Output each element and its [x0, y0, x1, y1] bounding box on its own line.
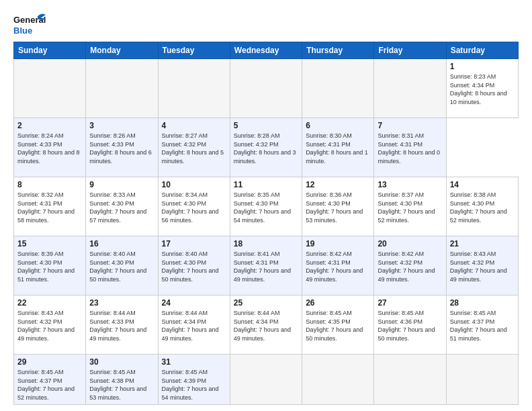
- day-info: Sunrise: 8:45 AMSunset: 4:39 PMDaylight:…: [162, 368, 226, 402]
- calendar-cell: 25Sunrise: 8:44 AMSunset: 4:34 PMDayligh…: [230, 295, 302, 355]
- calendar-header-tuesday: Tuesday: [158, 42, 230, 59]
- day-info: Sunrise: 8:44 AMSunset: 4:34 PMDaylight:…: [162, 309, 226, 342]
- day-number: 8: [17, 180, 82, 189]
- calendar-header-saturday: Saturday: [446, 42, 518, 59]
- week-row-4: 15Sunrise: 8:39 AMSunset: 4:30 PMDayligh…: [14, 236, 519, 295]
- calendar-cell: 22Sunrise: 8:43 AMSunset: 4:32 PMDayligh…: [14, 295, 86, 355]
- day-info: Sunrise: 8:43 AMSunset: 4:32 PMDaylight:…: [450, 250, 515, 283]
- day-info: Sunrise: 8:36 AMSunset: 4:30 PMDaylight:…: [306, 191, 370, 224]
- calendar-cell: 15Sunrise: 8:39 AMSunset: 4:30 PMDayligh…: [14, 236, 86, 295]
- day-number: 3: [89, 121, 154, 130]
- day-info: Sunrise: 8:45 AMSunset: 4:38 PMDaylight:…: [89, 368, 154, 402]
- day-number: 2: [17, 121, 82, 130]
- page: General Blue SundayMondayTuesdayWednesda…: [0, 0, 532, 411]
- calendar-cell: [374, 355, 446, 405]
- day-number: 9: [89, 180, 154, 189]
- calendar-cell: [86, 59, 158, 118]
- day-info: Sunrise: 8:27 AMSunset: 4:32 PMDaylight:…: [162, 132, 226, 165]
- day-info: Sunrise: 8:31 AMSunset: 4:31 PMDaylight:…: [378, 132, 442, 165]
- header: General Blue: [13, 11, 519, 38]
- day-info: Sunrise: 8:38 AMSunset: 4:30 PMDaylight:…: [450, 191, 515, 224]
- day-info: Sunrise: 8:34 AMSunset: 4:30 PMDaylight:…: [162, 191, 226, 224]
- day-number: 19: [306, 239, 370, 248]
- day-info: Sunrise: 8:26 AMSunset: 4:33 PMDaylight:…: [89, 132, 154, 165]
- calendar-cell: 3Sunrise: 8:26 AMSunset: 4:33 PMDaylight…: [86, 118, 158, 177]
- day-info: Sunrise: 8:39 AMSunset: 4:30 PMDaylight:…: [17, 250, 82, 283]
- calendar-cell: 24Sunrise: 8:44 AMSunset: 4:34 PMDayligh…: [158, 295, 230, 355]
- day-info: Sunrise: 8:40 AMSunset: 4:30 PMDaylight:…: [162, 250, 226, 283]
- calendar-header-friday: Friday: [374, 42, 446, 59]
- calendar-cell: 17Sunrise: 8:40 AMSunset: 4:30 PMDayligh…: [158, 236, 230, 295]
- calendar-cell: 23Sunrise: 8:44 AMSunset: 4:33 PMDayligh…: [86, 295, 158, 355]
- day-number: 5: [234, 121, 298, 130]
- calendar-cell: [230, 355, 302, 405]
- calendar-cell: 26Sunrise: 8:45 AMSunset: 4:35 PMDayligh…: [302, 295, 374, 355]
- calendar-header-wednesday: Wednesday: [230, 42, 302, 59]
- calendar-cell: 2Sunrise: 8:24 AMSunset: 4:33 PMDaylight…: [14, 118, 86, 177]
- day-number: 15: [17, 239, 82, 248]
- calendar-header-monday: Monday: [86, 42, 158, 59]
- day-number: 31: [162, 357, 226, 367]
- calendar-cell: 16Sunrise: 8:40 AMSunset: 4:30 PMDayligh…: [86, 236, 158, 295]
- day-number: 20: [378, 239, 442, 248]
- day-number: 14: [450, 180, 515, 189]
- day-number: 27: [378, 298, 442, 308]
- day-number: 24: [162, 298, 226, 308]
- day-number: 1: [450, 62, 515, 71]
- calendar-cell: 21Sunrise: 8:43 AMSunset: 4:32 PMDayligh…: [446, 236, 518, 295]
- calendar-cell: 18Sunrise: 8:41 AMSunset: 4:31 PMDayligh…: [230, 236, 302, 295]
- calendar-header-row: SundayMondayTuesdayWednesdayThursdayFrid…: [14, 42, 519, 59]
- calendar-cell: [302, 59, 374, 118]
- day-info: Sunrise: 8:40 AMSunset: 4:30 PMDaylight:…: [89, 250, 154, 283]
- calendar-cell: 7Sunrise: 8:31 AMSunset: 4:31 PMDaylight…: [374, 118, 446, 177]
- week-row-3: 8Sunrise: 8:32 AMSunset: 4:31 PMDaylight…: [14, 177, 519, 236]
- calendar-cell: 30Sunrise: 8:45 AMSunset: 4:38 PMDayligh…: [86, 355, 158, 405]
- calendar-header-sunday: Sunday: [14, 42, 86, 59]
- day-info: Sunrise: 8:44 AMSunset: 4:33 PMDaylight:…: [89, 309, 154, 342]
- week-row-2: 2Sunrise: 8:24 AMSunset: 4:33 PMDaylight…: [14, 118, 519, 177]
- calendar-cell: 11Sunrise: 8:35 AMSunset: 4:30 PMDayligh…: [230, 177, 302, 236]
- day-info: Sunrise: 8:43 AMSunset: 4:32 PMDaylight:…: [17, 309, 82, 342]
- day-number: 4: [162, 121, 226, 130]
- day-number: 16: [89, 239, 154, 248]
- day-number: 12: [306, 180, 370, 189]
- day-number: 29: [17, 357, 82, 367]
- day-info: Sunrise: 8:28 AMSunset: 4:32 PMDaylight:…: [234, 132, 298, 165]
- day-number: 6: [306, 121, 370, 130]
- day-info: Sunrise: 8:42 AMSunset: 4:31 PMDaylight:…: [306, 250, 370, 283]
- day-number: 23: [89, 298, 154, 308]
- calendar-cell: [230, 59, 302, 118]
- day-info: Sunrise: 8:30 AMSunset: 4:31 PMDaylight:…: [306, 132, 370, 165]
- day-info: Sunrise: 8:45 AMSunset: 4:36 PMDaylight:…: [378, 309, 442, 342]
- day-info: Sunrise: 8:45 AMSunset: 4:37 PMDaylight:…: [450, 309, 515, 342]
- day-number: 30: [89, 357, 154, 367]
- calendar-cell: [158, 59, 230, 118]
- day-number: 26: [306, 298, 370, 308]
- calendar-cell: 29Sunrise: 8:45 AMSunset: 4:37 PMDayligh…: [14, 355, 86, 405]
- calendar-cell: 9Sunrise: 8:33 AMSunset: 4:30 PMDaylight…: [86, 177, 158, 236]
- logo-icon: General Blue: [13, 11, 46, 38]
- calendar-cell: [14, 59, 86, 118]
- calendar-cell: 14Sunrise: 8:38 AMSunset: 4:30 PMDayligh…: [446, 177, 518, 236]
- day-info: Sunrise: 8:23 AMSunset: 4:34 PMDaylight:…: [450, 73, 515, 106]
- week-row-1: 1Sunrise: 8:23 AMSunset: 4:34 PMDaylight…: [14, 59, 519, 118]
- calendar-cell: [302, 355, 374, 405]
- day-info: Sunrise: 8:32 AMSunset: 4:31 PMDaylight:…: [17, 191, 82, 224]
- calendar-header-thursday: Thursday: [302, 42, 374, 59]
- calendar-cell: 10Sunrise: 8:34 AMSunset: 4:30 PMDayligh…: [158, 177, 230, 236]
- week-row-5: 22Sunrise: 8:43 AMSunset: 4:32 PMDayligh…: [14, 295, 519, 355]
- day-number: 13: [378, 180, 442, 189]
- day-info: Sunrise: 8:33 AMSunset: 4:30 PMDaylight:…: [89, 191, 154, 224]
- calendar-cell: 4Sunrise: 8:27 AMSunset: 4:32 PMDaylight…: [158, 118, 230, 177]
- calendar-table: SundayMondayTuesdayWednesdayThursdayFrid…: [13, 42, 519, 405]
- day-number: 7: [378, 121, 442, 130]
- calendar-cell: 19Sunrise: 8:42 AMSunset: 4:31 PMDayligh…: [302, 236, 374, 295]
- svg-text:Blue: Blue: [13, 26, 32, 36]
- calendar-cell: 12Sunrise: 8:36 AMSunset: 4:30 PMDayligh…: [302, 177, 374, 236]
- calendar-cell: 13Sunrise: 8:37 AMSunset: 4:30 PMDayligh…: [374, 177, 446, 236]
- day-info: Sunrise: 8:41 AMSunset: 4:31 PMDaylight:…: [234, 250, 298, 283]
- calendar-cell: 31Sunrise: 8:45 AMSunset: 4:39 PMDayligh…: [158, 355, 230, 405]
- day-number: 28: [450, 298, 515, 308]
- day-info: Sunrise: 8:24 AMSunset: 4:33 PMDaylight:…: [17, 132, 82, 165]
- day-info: Sunrise: 8:45 AMSunset: 4:35 PMDaylight:…: [306, 309, 370, 342]
